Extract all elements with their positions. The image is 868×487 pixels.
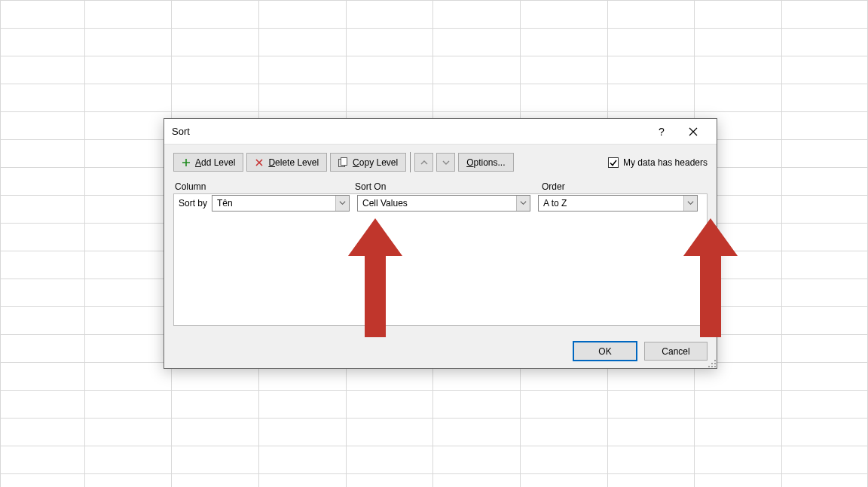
sort-by-dropdown[interactable]: Tên <box>212 195 350 212</box>
order-value: A to Z <box>539 198 683 208</box>
delete-level-label: Delete Level <box>268 157 319 168</box>
close-button[interactable] <box>677 119 709 144</box>
copy-icon <box>338 157 348 167</box>
dialog-title: Sort <box>172 126 190 137</box>
headers-checkbox-group[interactable]: My data has headers <box>608 157 708 168</box>
chevron-down-icon <box>687 199 694 206</box>
move-up-button[interactable] <box>414 153 433 172</box>
header-order: Order <box>542 181 706 192</box>
chevron-down-icon <box>339 199 346 206</box>
sort-dialog: Sort ? Add Level Delete Level Copy Level… <box>164 118 717 369</box>
options-button[interactable]: Options... <box>458 153 513 172</box>
toolbar-separator <box>410 152 411 172</box>
add-level-button[interactable]: Add Level <box>173 153 243 172</box>
order-dropdown-button[interactable] <box>683 196 697 211</box>
sort-rule-row: Sort by Tên Cell Values A to Z <box>174 194 707 212</box>
copy-level-label: Copy Level <box>353 157 398 168</box>
header-column: Column <box>175 181 355 192</box>
toolbar: Add Level Delete Level Copy Level Option… <box>164 145 717 175</box>
sort-column-headers: Column Sort On Order <box>164 175 717 192</box>
chevron-up-icon <box>420 159 428 166</box>
header-sort-on: Sort On <box>355 181 542 192</box>
close-icon <box>689 127 698 136</box>
dialog-footer: OK Cancel <box>573 342 708 361</box>
chevron-down-icon <box>442 159 450 166</box>
options-label: Options... <box>466 157 505 168</box>
check-icon <box>609 158 618 167</box>
sort-on-value: Cell Values <box>358 198 516 208</box>
x-icon <box>255 158 264 167</box>
cancel-button[interactable]: Cancel <box>644 342 708 361</box>
move-down-button[interactable] <box>436 153 455 172</box>
svg-rect-1 <box>341 158 347 166</box>
dialog-titlebar: Sort ? <box>164 119 717 145</box>
plus-icon <box>182 158 191 167</box>
headers-checkbox[interactable] <box>608 157 619 168</box>
sort-by-value: Tên <box>212 198 335 208</box>
add-level-label: Add Level <box>195 157 235 168</box>
copy-level-button[interactable]: Copy Level <box>330 153 406 172</box>
headers-checkbox-label: My data has headers <box>623 157 708 168</box>
sort-by-dropdown-button[interactable] <box>335 196 349 211</box>
ok-button[interactable]: OK <box>573 342 637 361</box>
chevron-down-icon <box>520 199 527 206</box>
order-dropdown[interactable]: A to Z <box>538 195 698 212</box>
sort-by-label: Sort by <box>176 198 212 208</box>
sort-on-dropdown-button[interactable] <box>516 196 530 211</box>
sort-on-dropdown[interactable]: Cell Values <box>357 195 530 212</box>
resize-grip[interactable] <box>708 359 717 368</box>
sort-rules-panel: Sort by Tên Cell Values A to Z <box>173 193 708 326</box>
delete-level-button[interactable]: Delete Level <box>246 153 327 172</box>
help-button[interactable]: ? <box>646 119 677 144</box>
